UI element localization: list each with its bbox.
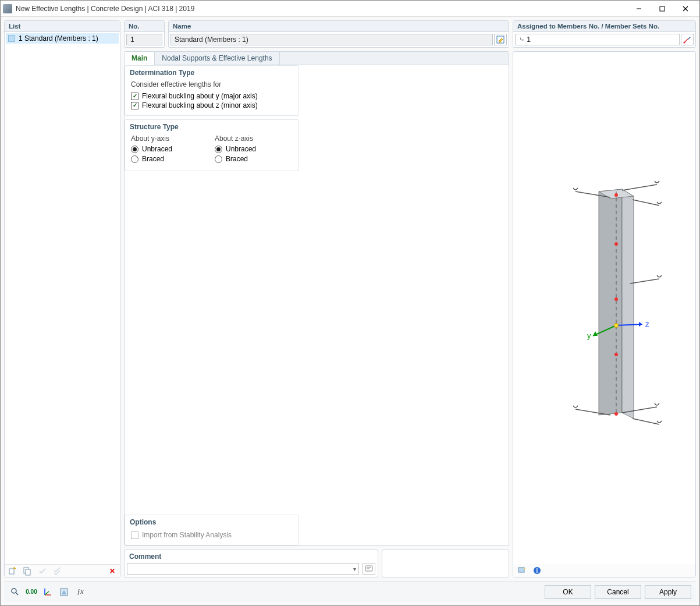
- name-header: Name: [169, 21, 509, 32]
- chk-y-row[interactable]: Flexural buckling about y (major axis): [131, 92, 293, 100]
- no-field[interactable]: 1: [126, 34, 162, 45]
- function-icon: ƒx: [77, 587, 83, 596]
- comment-icon: [365, 565, 373, 573]
- comment-title: Comment: [125, 550, 378, 563]
- units-button[interactable]: 0.00: [25, 586, 38, 598]
- svg-marker-20: [639, 322, 642, 327]
- radio-label: Unbraced: [142, 145, 172, 153]
- minimize-button[interactable]: [627, 1, 651, 17]
- render-button[interactable]: [58, 586, 70, 598]
- preview-body[interactable]: z y: [513, 52, 695, 564]
- new-icon: [8, 566, 17, 576]
- svg-rect-29: [518, 568, 524, 572]
- preview-toolbar: i: [513, 564, 695, 577]
- svg-point-23: [614, 193, 618, 197]
- apply-button[interactable]: Apply: [645, 585, 691, 599]
- svg-text:i: i: [536, 568, 538, 574]
- left-column: List 1 Standard (Members : 1): [4, 20, 120, 577]
- checkbox-import-icon: [131, 531, 138, 539]
- axes-icon: [43, 587, 52, 597]
- comment-combo[interactable]: ▾: [127, 563, 359, 575]
- assigned-pick-button[interactable]: [681, 34, 694, 45]
- assigned-header: Assigned to Members No. / Member Sets No…: [513, 21, 695, 32]
- checkbox-z-icon: [131, 102, 138, 109]
- radio-y-unbraced[interactable]: Unbraced: [131, 145, 209, 153]
- bottom-bar: 0.00 ƒx OK Cancel Apply: [4, 581, 696, 602]
- window-title: New Effective Lengths | Concrete Design …: [16, 5, 194, 13]
- copy-button[interactable]: [21, 565, 34, 577]
- svg-point-27: [614, 412, 618, 416]
- function-button[interactable]: ƒx: [74, 586, 87, 598]
- checkbox-y-icon: [131, 93, 138, 100]
- radio-label: Braced: [226, 155, 248, 163]
- determination-section: Determination Type Consider effective le…: [125, 65, 299, 116]
- determination-title: Determination Type: [125, 66, 299, 79]
- app-icon: [3, 4, 12, 13]
- comment-panel: Comment ▾: [124, 550, 378, 577]
- svg-point-33: [12, 589, 16, 593]
- render-icon: [59, 587, 69, 597]
- svg-rect-4: [9, 569, 14, 574]
- radio-icon: [215, 146, 222, 153]
- structure-z-col: About z-axis Unbraced Braced: [215, 134, 293, 165]
- svg-rect-1: [660, 6, 665, 11]
- close-button[interactable]: [674, 1, 697, 17]
- preview-view-button[interactable]: [516, 565, 528, 576]
- options-section: Options Import from Stability Analysis: [125, 515, 299, 545]
- list-body[interactable]: 1 Standard (Members : 1): [5, 32, 120, 564]
- radio-z-unbraced[interactable]: Unbraced: [215, 145, 293, 153]
- checkall-button[interactable]: [51, 565, 64, 577]
- list-item[interactable]: 1 Standard (Members : 1): [6, 33, 119, 44]
- checkall-icon: [53, 566, 62, 576]
- minimize-icon: [636, 6, 642, 12]
- svg-point-28: [614, 324, 618, 328]
- delete-button[interactable]: ✕: [106, 565, 119, 577]
- assigned-field[interactable]: ⤷ 1: [515, 34, 680, 45]
- radio-z-braced[interactable]: Braced: [215, 155, 293, 163]
- assigned-panel: Assigned to Members No. / Member Sets No…: [513, 20, 696, 48]
- tab-mid-column: [303, 65, 509, 545]
- delete-icon: ✕: [109, 567, 115, 575]
- view-icon: [517, 566, 527, 575]
- tab-left-column: Determination Type Consider effective le…: [125, 65, 299, 545]
- name-edit-button[interactable]: [494, 34, 507, 45]
- details-button[interactable]: [9, 586, 22, 598]
- radio-y-braced[interactable]: Braced: [131, 155, 209, 163]
- list-item-label: 1 Standard (Members : 1): [19, 34, 98, 42]
- axis-y-label: y: [587, 331, 591, 340]
- tabs-panel: Main Nodal Supports & Effective Lengths …: [124, 51, 509, 546]
- chk-z-label: Flexural buckling about z (minor axis): [142, 101, 258, 109]
- svg-point-26: [614, 353, 618, 356]
- maximize-button[interactable]: [651, 1, 674, 17]
- tab-strip: Main Nodal Supports & Effective Lengths: [125, 52, 509, 65]
- check-button[interactable]: [36, 565, 49, 577]
- name-field[interactable]: Standard (Members : 1): [170, 34, 493, 45]
- radio-label: Unbraced: [226, 145, 256, 153]
- no-header: No.: [125, 21, 164, 32]
- pick-icon: [683, 36, 691, 44]
- comment-insert-button[interactable]: [363, 563, 375, 575]
- tab-nodal[interactable]: Nodal Supports & Effective Lengths: [155, 52, 279, 65]
- svg-marker-13: [688, 37, 691, 40]
- radio-icon: [131, 155, 138, 163]
- units-icon: 0.00: [26, 589, 37, 595]
- close-icon: [683, 6, 688, 12]
- chk-z-row[interactable]: Flexural buckling about z (minor axis): [131, 101, 293, 109]
- svg-line-37: [45, 591, 49, 595]
- axis-z-label: z: [645, 320, 649, 328]
- maximize-icon: [659, 6, 665, 12]
- svg-point-24: [614, 242, 618, 246]
- tab-main[interactable]: Main: [125, 52, 155, 65]
- axes-button[interactable]: [41, 586, 54, 598]
- new-button[interactable]: [6, 565, 19, 577]
- dialog-window: New Effective Lengths | Concrete Design …: [0, 0, 700, 606]
- ok-button[interactable]: OK: [545, 585, 591, 599]
- comment-row-wrap: Comment ▾: [124, 550, 509, 577]
- svg-marker-15: [599, 189, 622, 415]
- right-column: Assigned to Members No. / Member Sets No…: [513, 20, 696, 577]
- name-panel: Name Standard (Members : 1): [168, 20, 509, 48]
- cancel-button[interactable]: Cancel: [595, 585, 641, 599]
- preview-info-button[interactable]: i: [531, 565, 543, 576]
- radio-icon: [215, 155, 222, 163]
- options-title: Options: [125, 515, 299, 529]
